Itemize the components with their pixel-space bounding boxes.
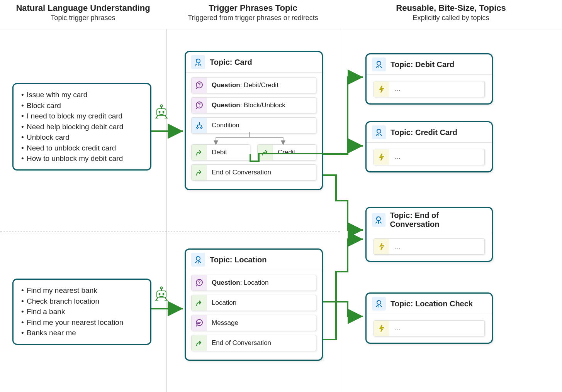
- bolt-icon: [374, 239, 389, 254]
- trigger-phrases-location: Find my nearest bank Check branch locati…: [12, 279, 151, 345]
- topic-header: Topic: Card: [186, 52, 322, 73]
- action-node: …: [374, 320, 485, 336]
- bolt-icon: [374, 149, 389, 165]
- topic-title: Topic: Location Check: [391, 299, 473, 308]
- topic-title: Topic: Credit Card: [391, 128, 457, 137]
- col2-subtitle: Triggered from trigger phrases or redire…: [166, 14, 340, 22]
- question-node-block-unblock: Question: Block/Unblock: [191, 97, 316, 113]
- action-node: …: [374, 238, 485, 255]
- topic-card-debit: Topic: Debit Card …: [365, 53, 493, 105]
- bot-icon: [154, 103, 169, 119]
- redirect-node-credit: Credit: [257, 144, 316, 161]
- col1-title: Natural Language Understanding: [0, 3, 166, 13]
- phrase-item: Need help blocking debit card: [20, 122, 143, 132]
- header-divider: [0, 29, 562, 29]
- column-header-nlu: Natural Language Understanding Topic tri…: [0, 3, 166, 22]
- phrase-item: Unblock card: [20, 132, 143, 143]
- redirect-node-eoc: End of Conversation: [191, 164, 316, 181]
- message-node: Message: [191, 315, 316, 331]
- question-node-location: Question: Location: [191, 275, 316, 291]
- trigger-icon: [372, 125, 386, 139]
- col-divider-1: [166, 29, 166, 392]
- redirect-icon: [192, 145, 207, 160]
- redirect-icon: [192, 295, 207, 311]
- action-node: …: [374, 149, 485, 165]
- phrase-item: Block card: [20, 100, 143, 111]
- question-icon: [192, 98, 207, 113]
- phrase-item: How to unblock my debit card: [20, 153, 143, 164]
- action-node: …: [374, 81, 485, 97]
- redirect-node-location: Location: [191, 295, 316, 311]
- trigger-icon: [372, 213, 385, 227]
- topic-title: Topic: Location: [210, 255, 267, 264]
- col3-title: Reusable, Bite-Size, Topics: [340, 3, 562, 13]
- topic-card-eoc: Topic: End of Conversation …: [365, 207, 493, 262]
- phrase-item: Need to unblock credit card: [20, 143, 143, 154]
- topic-title: Topic: Card: [210, 58, 252, 67]
- redirect-icon: [192, 335, 207, 351]
- redirect-icon: [192, 165, 207, 180]
- topic-card-location: Topic: Location Question: Location Locat…: [185, 248, 323, 361]
- topic-header: Topic: Location: [186, 250, 322, 270]
- question-icon: [192, 78, 207, 93]
- topic-card-location-check: Topic: Location Check …: [365, 292, 493, 344]
- bolt-icon: [374, 81, 389, 97]
- column-header-trigger: Trigger Phrases Topic Triggered from tri…: [166, 3, 340, 22]
- phrase-item: Find a bank: [20, 306, 143, 317]
- redirect-icon: [258, 145, 273, 160]
- phrase-item: Find my nearest bank: [20, 285, 143, 296]
- trigger-icon: [191, 253, 205, 267]
- bolt-icon: [374, 321, 389, 336]
- col-divider-2: [340, 29, 340, 392]
- condition-node: Condition: [191, 117, 316, 133]
- message-icon: [192, 315, 207, 331]
- phrase-item: Banks near me: [20, 328, 143, 338]
- phrase-item: Find me your nearest location: [20, 317, 143, 328]
- phrase-item: Issue with my card: [20, 90, 143, 100]
- condition-icon: [192, 118, 207, 133]
- col2-title: Trigger Phrases Topic: [166, 3, 340, 13]
- topic-card-credit: Topic: Credit Card …: [365, 121, 493, 172]
- question-icon: [192, 275, 207, 291]
- trigger-phrases-card: Issue with my card Block card I need to …: [12, 83, 151, 171]
- trigger-icon: [372, 57, 386, 71]
- column-header-reusable: Reusable, Bite-Size, Topics Explicitly c…: [340, 3, 562, 22]
- topic-card-card: Topic: Card Question: Debit/Credit Quest…: [185, 51, 323, 190]
- phrase-item: Check branch location: [20, 296, 143, 307]
- phrase-item: I need to block my credit card: [20, 111, 143, 122]
- redirect-node-eoc: End of Conversation: [191, 335, 316, 351]
- redirect-node-debit: Debit: [191, 144, 250, 161]
- topic-title: Topic: End of Conversation: [390, 211, 486, 229]
- trigger-icon: [372, 297, 386, 311]
- row-divider-dotted: [0, 231, 340, 232]
- bot-icon: [154, 286, 169, 301]
- col3-subtitle: Explicitly called by topics: [340, 14, 562, 22]
- topic-title: Topic: Debit Card: [391, 60, 454, 69]
- trigger-icon: [191, 55, 205, 69]
- col1-subtitle: Topic trigger phrases: [0, 14, 166, 22]
- question-node-debit-credit: Question: Debit/Credit: [191, 77, 316, 93]
